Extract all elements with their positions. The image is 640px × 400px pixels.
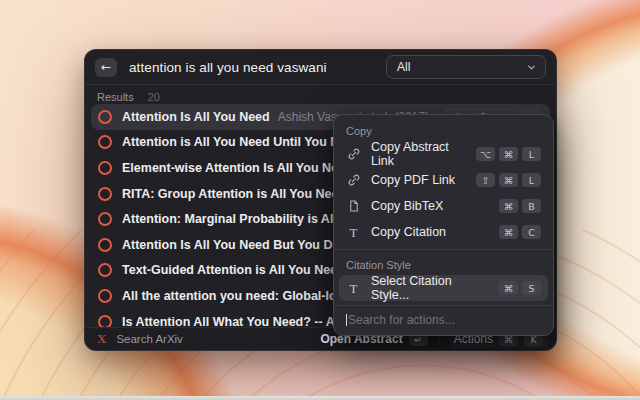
paper-ring-icon — [98, 238, 112, 252]
actions-search-placeholder: Search for actions... — [348, 313, 455, 327]
l-key-icon: L — [522, 173, 541, 187]
actions-search-input[interactable]: Search for actions... — [334, 305, 553, 335]
b-key-icon: B — [522, 199, 541, 213]
search-header: ← attention is all you need vaswani All — [85, 50, 556, 85]
menu-divider — [334, 249, 553, 250]
menu-item-copy-citation[interactable]: T Copy Citation ⌘ C — [339, 219, 548, 245]
link-icon — [346, 147, 361, 162]
link-icon — [346, 173, 361, 188]
paper-ring-icon — [98, 263, 112, 277]
chevron-down-icon — [526, 62, 537, 73]
menu-item-label: Copy PDF Link — [371, 173, 455, 187]
shift-key-icon: ⇧ — [476, 173, 495, 187]
menu-item-label: Select Citation Style... — [371, 274, 489, 302]
menu-section-title-citation-style: Citation Style — [334, 254, 553, 275]
shortcut-keys: ⌘ B — [499, 199, 541, 213]
text-cursor — [346, 314, 347, 326]
text-icon: T — [346, 225, 361, 240]
footer-app-name: Search ArXiv — [116, 333, 182, 345]
back-button[interactable]: ← — [95, 58, 117, 77]
shortcut-keys: ⌥ ⌘ L — [476, 147, 541, 161]
screen-bottom-strip — [0, 396, 640, 400]
cmd-key-icon: ⌘ — [499, 281, 518, 295]
results-section-header: Results 20 — [97, 91, 160, 103]
paper-ring-icon — [98, 161, 112, 175]
menu-item-label: Copy BibTeX — [371, 199, 443, 213]
paper-ring-icon — [98, 315, 112, 327]
arxiv-icon: X — [97, 331, 106, 347]
cmd-key-icon: ⌘ — [499, 199, 518, 213]
option-key-icon: ⌥ — [476, 147, 495, 161]
search-query[interactable]: attention is all you need vaswani — [129, 60, 327, 75]
cmd-key-icon: ⌘ — [499, 147, 518, 161]
result-title: Attention Is All You Need — [122, 110, 270, 124]
shortcut-keys: ⌘ C — [499, 225, 541, 239]
paper-ring-icon — [98, 289, 112, 303]
menu-section-title-copy: Copy — [334, 120, 553, 141]
menu-item-select-citation-style[interactable]: T Select Citation Style... ⌘ S — [339, 275, 548, 301]
s-key-icon: S — [522, 281, 541, 295]
actions-menu: Copy Copy Abstract Link ⌥ ⌘ L Copy PDF L… — [333, 114, 554, 336]
shortcut-keys: ⇧ ⌘ L — [476, 173, 541, 187]
shortcut-keys: ⌘ S — [499, 281, 541, 295]
menu-item-copy-abstract-link[interactable]: Copy Abstract Link ⌥ ⌘ L — [339, 141, 548, 167]
menu-item-copy-pdf-link[interactable]: Copy PDF Link ⇧ ⌘ L — [339, 167, 548, 193]
menu-item-label: Copy Abstract Link — [371, 140, 466, 168]
paper-ring-icon — [98, 110, 112, 124]
c-key-icon: C — [522, 225, 541, 239]
file-icon — [346, 199, 361, 214]
paper-ring-icon — [98, 187, 112, 201]
results-label: Results — [97, 91, 134, 103]
cmd-key-icon: ⌘ — [499, 225, 518, 239]
text-icon: T — [346, 281, 361, 296]
category-dropdown[interactable]: All — [386, 55, 546, 79]
results-count: 20 — [148, 91, 160, 103]
desktop-background: ← attention is all you need vaswani All … — [0, 0, 640, 400]
menu-item-copy-bibtex[interactable]: Copy BibTeX ⌘ B — [339, 193, 548, 219]
cmd-key-icon: ⌘ — [499, 173, 518, 187]
l-key-icon: L — [522, 147, 541, 161]
menu-item-label: Copy Citation — [371, 225, 446, 239]
paper-ring-icon — [98, 212, 112, 226]
category-dropdown-value: All — [397, 60, 410, 74]
result-title: Element-wise Attention Is All You Need — [122, 161, 353, 175]
paper-ring-icon — [98, 135, 112, 149]
